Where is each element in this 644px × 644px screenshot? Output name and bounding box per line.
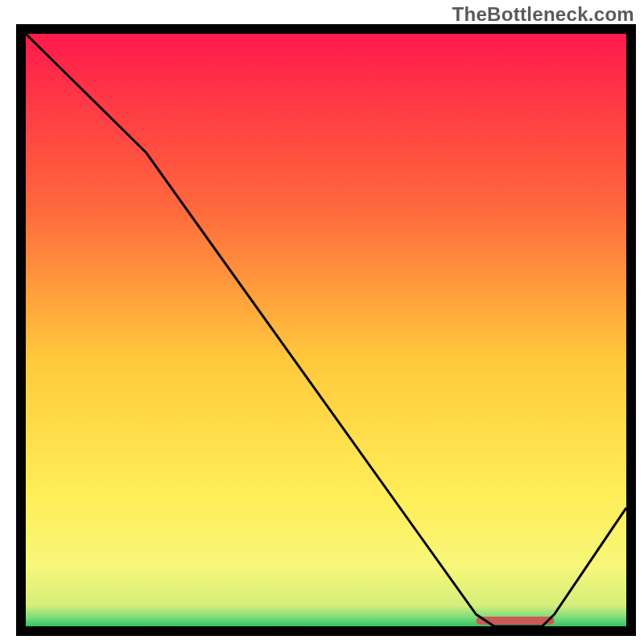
bottleneck-chart (0, 0, 644, 644)
site-watermark: TheBottleneck.com (452, 3, 634, 26)
